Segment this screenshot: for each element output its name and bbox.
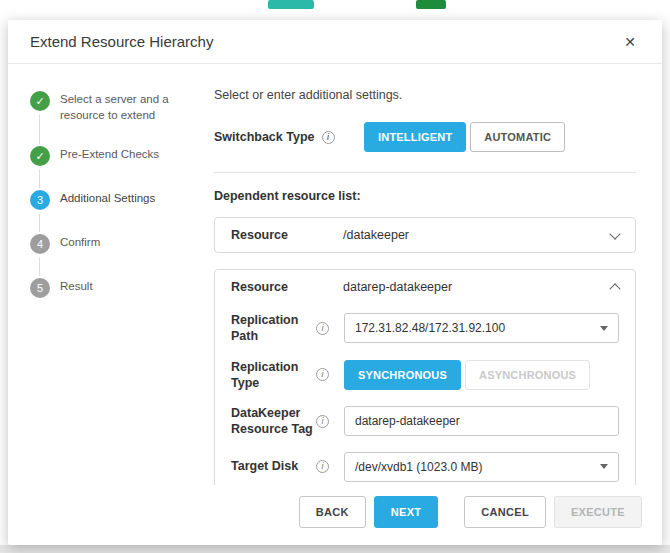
caret-down-icon xyxy=(600,464,608,469)
background-fragment-green xyxy=(416,0,446,9)
step-number-badge: 3 xyxy=(30,190,50,210)
info-icon[interactable]: i xyxy=(322,131,335,144)
check-icon: ✓ xyxy=(30,146,50,166)
background-page-strip xyxy=(0,0,670,20)
replication-path-select[interactable]: 172.31.82.48/172.31.92.100 xyxy=(344,313,619,343)
switchback-type-label-text: Switchback Type xyxy=(214,130,315,144)
step-pre-extend-checks: ✓ Pre-Extend Checks xyxy=(30,147,198,191)
target-disk-field: Target Disk i /dev/xvdb1 (1023.0 MB) xyxy=(231,452,619,482)
resource-panel-collapsed: Resource /datakeeper xyxy=(214,217,636,253)
back-button[interactable]: BACK xyxy=(299,496,366,528)
caret-down-icon xyxy=(600,326,608,331)
cancel-button[interactable]: CANCEL xyxy=(464,496,546,528)
section-divider xyxy=(214,172,636,173)
target-disk-value: /dev/xvdb1 (1023.0 MB) xyxy=(355,460,482,474)
screen: Extend Resource Hierarchy ✕ ✓ Select a s… xyxy=(0,0,670,553)
datakeeper-resource-tag-input[interactable] xyxy=(344,406,619,436)
resource-value: datarep-datakeeper xyxy=(343,280,452,294)
step-result: 5 Result xyxy=(30,279,198,295)
dialog-title: Extend Resource Hierarchy xyxy=(30,33,213,50)
replication-path-field: Replication Path i 172.31.82.48/172.31.9… xyxy=(231,312,619,345)
background-page-bottom xyxy=(0,545,670,553)
replication-type-toggle: SYNCHRONOUS ASYNCHRONOUS xyxy=(344,360,619,390)
step-select-server: ✓ Select a server and a resource to exte… xyxy=(30,92,198,147)
resource-value: /datakeeper xyxy=(343,228,409,242)
wizard-steps: ✓ Select a server and a resource to exte… xyxy=(30,88,198,485)
check-icon: ✓ xyxy=(30,91,50,111)
synchronous-button[interactable]: SYNCHRONOUS xyxy=(344,360,461,390)
info-icon[interactable]: i xyxy=(316,322,329,335)
switchback-type-row: Switchback Type i INTELLIGENT AUTOMATIC xyxy=(214,122,636,152)
resource-panel-header-datarep[interactable]: Resource datarep-datakeeper xyxy=(215,270,635,304)
resource-label: Resource xyxy=(231,280,343,294)
resource-fields: Replication Path i 172.31.82.48/172.31.9… xyxy=(215,304,635,485)
resource-panel-header-datakeeper[interactable]: Resource /datakeeper xyxy=(215,218,635,252)
next-button[interactable]: NEXT xyxy=(374,496,439,528)
info-icon[interactable]: i xyxy=(316,415,329,428)
step-label: Additional Settings xyxy=(60,192,155,204)
dialog-footer: BACK NEXT CANCEL EXECUTE xyxy=(8,485,662,545)
settings-content: Select or enter additional settings. Swi… xyxy=(198,88,636,485)
resource-label: Resource xyxy=(231,228,343,242)
replication-path-label: Replication Path xyxy=(231,312,316,345)
info-icon[interactable]: i xyxy=(316,368,329,381)
background-fragment-teal xyxy=(268,0,314,9)
replication-type-label: Replication Type xyxy=(231,359,316,392)
info-icon[interactable]: i xyxy=(316,460,329,473)
execute-button: EXECUTE xyxy=(554,496,642,528)
chevron-up-icon[interactable] xyxy=(609,283,620,294)
datakeeper-resource-tag-field: DataKeeper Resource Tag i xyxy=(231,405,619,438)
step-number-badge: 5 xyxy=(30,278,50,298)
close-icon[interactable]: ✕ xyxy=(620,30,640,54)
switchback-type-toggle: INTELLIGENT AUTOMATIC xyxy=(364,122,565,152)
switchback-intelligent-button[interactable]: INTELLIGENT xyxy=(364,122,466,152)
switchback-automatic-button[interactable]: AUTOMATIC xyxy=(470,122,565,152)
switchback-type-label: Switchback Type i xyxy=(214,130,364,144)
replication-type-field: Replication Type i SYNCHRONOUS ASYNCHRON… xyxy=(231,359,619,392)
target-disk-label: Target Disk xyxy=(231,458,316,474)
intro-text: Select or enter additional settings. xyxy=(214,88,636,102)
step-label: Confirm xyxy=(60,236,100,248)
replication-path-value: 172.31.82.48/172.31.92.100 xyxy=(355,321,505,335)
chevron-down-icon[interactable] xyxy=(609,228,620,239)
step-label: Pre-Extend Checks xyxy=(60,148,159,160)
datakeeper-resource-tag-label: DataKeeper Resource Tag xyxy=(231,405,316,438)
asynchronous-button: ASYNCHRONOUS xyxy=(465,360,590,390)
step-label: Select a server and a resource to extend xyxy=(60,93,169,121)
extend-resource-hierarchy-dialog: Extend Resource Hierarchy ✕ ✓ Select a s… xyxy=(8,20,662,545)
dependent-resource-list-label: Dependent resource list: xyxy=(214,189,636,203)
step-additional-settings: 3 Additional Settings xyxy=(30,191,198,235)
resource-panel-expanded: Resource datarep-datakeeper Replication … xyxy=(214,269,636,485)
dialog-header: Extend Resource Hierarchy ✕ xyxy=(8,20,662,64)
step-confirm: 4 Confirm xyxy=(30,235,198,279)
target-disk-select[interactable]: /dev/xvdb1 (1023.0 MB) xyxy=(344,452,619,482)
step-label: Result xyxy=(60,280,93,292)
step-number-badge: 4 xyxy=(30,234,50,254)
dialog-body: ✓ Select a server and a resource to exte… xyxy=(8,64,662,485)
